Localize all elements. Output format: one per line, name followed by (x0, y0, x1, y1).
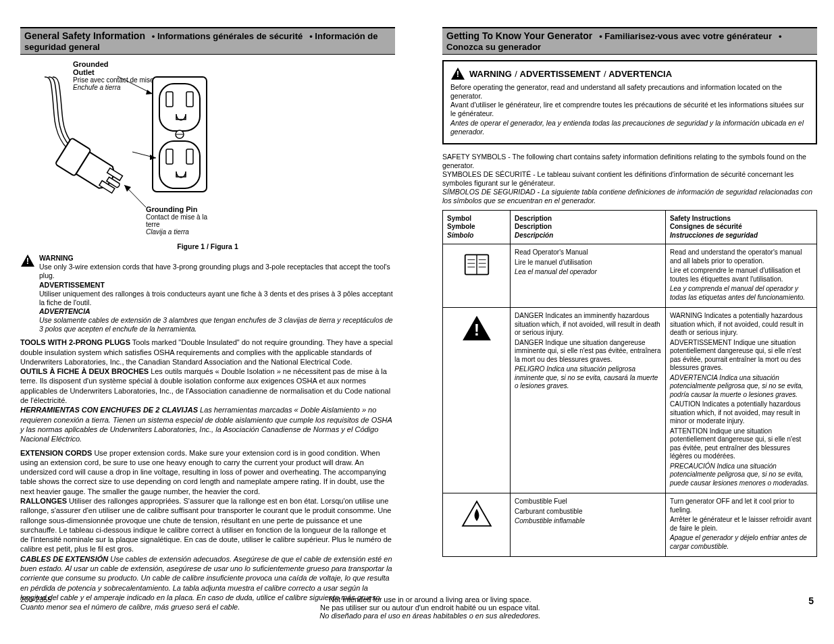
svg-rect-3 (186, 92, 193, 107)
th-instructions: Safety Instructions Consignes de sécurit… (666, 210, 817, 244)
left-column: General Safety Information • Information… (20, 27, 395, 616)
extension-cord-para: EXTENSION CORDS Use proper extension cor… (20, 448, 395, 612)
warning-labels: WARNING / ADVERTISSEMENT / ADVERTENCIA (469, 68, 672, 80)
symbol-fuel-cell (443, 493, 511, 557)
svg-rect-7 (166, 149, 173, 164)
left-header-en: General Safety Information (24, 30, 145, 41)
fuel-icon (461, 500, 492, 527)
right-section-header: Getting To Know Your Generator • Familia… (442, 27, 817, 55)
svg-text:!: ! (474, 321, 479, 339)
footer-left: 200-2355 (20, 595, 52, 620)
right-header-en: Getting To Know Your Generator (446, 30, 592, 41)
danger-icon: ! (461, 315, 492, 342)
th-symbol: Symbol Symbole Símbolo (443, 210, 511, 244)
svg-text:!: ! (457, 69, 459, 79)
manual-icon (461, 251, 492, 278)
svg-text:!: ! (26, 257, 29, 267)
table-row: Combustible Fuel Carburant combustible C… (443, 493, 817, 557)
warning-inline: ! WARNING Use only 3-wire extension cord… (20, 254, 395, 333)
pin-en: Grounding Pin (146, 205, 197, 213)
th-description: Description Description Descripción (511, 210, 666, 244)
svg-marker-10 (146, 90, 153, 95)
figure-caption: Figure 1 / Figura 1 (20, 242, 395, 251)
footer: 200-2355 Not intended for use in or arou… (0, 595, 834, 620)
symbol-danger-cell: ! (443, 308, 511, 493)
table-row: ! DANGER Indicates an imminently hazardo… (443, 308, 817, 493)
right-header-fr: • Familiarisez-vous avec votre générateu… (599, 31, 772, 41)
desc-cell: Read Operator's Manual Lire le manuel d'… (511, 244, 666, 308)
pin-label: Grounding Pin Contact de mise à la terre… (146, 205, 220, 236)
warning-icon: ! (20, 254, 35, 267)
pin-fr: Contact de mise à la terre (146, 213, 220, 228)
warn-inline-text: WARNING Use only 3-wire extension cords … (39, 254, 395, 333)
left-section-header: General Safety Information • Information… (20, 27, 395, 55)
symbol-manual-cell (443, 244, 511, 308)
right-column: Getting To Know Your Generator • Familia… (442, 27, 817, 616)
svg-rect-6 (159, 141, 200, 188)
grounding-figure: Grounded Outlet Prise avec contact de mi… (45, 60, 220, 236)
table-head-row: Symbol Symbole Símbolo Description Descr… (443, 210, 817, 244)
inst-cell: Read and understand the operator's manua… (666, 244, 817, 308)
inst-cell: WARNING Indicates a potentially hazardou… (666, 308, 817, 493)
svg-rect-8 (186, 149, 193, 164)
safety-symbol-table: Symbol Symbole Símbolo Description Descr… (442, 210, 817, 558)
table-intro: SAFETY SYMBOLS - The following chart con… (442, 153, 817, 206)
warning-body: Before operating the generator, read and… (450, 83, 809, 136)
warning-box: ! WARNING / ADVERTISSEMENT / ADVERTENCIA… (442, 60, 817, 144)
pin-es: Clavija a tierra (146, 228, 220, 236)
desc-cell: Combustible Fuel Carburant combustible C… (511, 493, 666, 557)
svg-rect-1 (159, 84, 200, 131)
two-prong-para: TOOLS WITH 2-PRONG PLUGS Tools marked "D… (20, 338, 395, 444)
svg-rect-2 (166, 92, 173, 107)
warning-icon: ! (450, 67, 465, 80)
inst-cell: Turn generator OFF and let it cool prior… (666, 493, 817, 557)
page-number: 5 (808, 595, 814, 620)
desc-cell: DANGER Indicates an imminently hazardous… (511, 308, 666, 493)
table-row: Read Operator's Manual Lire le manuel d'… (443, 244, 817, 308)
footer-center: Not intended for use in or around a livi… (319, 595, 540, 620)
left-header-fr: • Informations générales de sécurité (152, 31, 303, 41)
